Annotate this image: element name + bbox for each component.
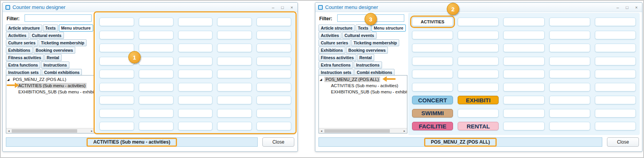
menu-grid-button[interactable]: [257, 44, 291, 52]
menu-grid-button[interactable]: [549, 44, 590, 52]
tab[interactable]: Ticketing membership: [39, 39, 87, 46]
menu-structure-tree[interactable]: ◢ POS_MENU_ZZ (POS ALL) ACTIVITIES (Sub …: [6, 75, 95, 133]
menu-grid-button[interactable]: [458, 44, 499, 52]
menu-grid-button[interactable]: [257, 122, 291, 130]
filter-input[interactable]: [337, 14, 404, 22]
menu-grid-button[interactable]: [412, 70, 453, 78]
menu-grid-button[interactable]: [458, 70, 499, 78]
tab[interactable]: Texts: [43, 25, 58, 32]
scroll-right-icon[interactable]: ▸: [89, 128, 94, 133]
menu-grid-button[interactable]: [217, 109, 252, 118]
tab[interactable]: Instructions: [41, 61, 69, 68]
menu-grid-button[interactable]: [595, 57, 636, 65]
tree-node[interactable]: ACTIVITIES (Sub menu - activities): [6, 83, 94, 89]
menu-grid-button[interactable]: [217, 44, 252, 52]
menu-grid-button[interactable]: [595, 96, 636, 104]
menu-grid-button[interactable]: [595, 70, 636, 78]
menu-grid-button[interactable]: [503, 122, 544, 130]
menu-grid-button[interactable]: [139, 96, 173, 104]
minimize-icon[interactable]: –: [615, 5, 621, 10]
close-window-icon[interactable]: ×: [289, 5, 295, 10]
menu-grid-button[interactable]: [503, 18, 544, 26]
menu-grid-button[interactable]: [139, 109, 173, 118]
menu-grid-button[interactable]: [178, 109, 213, 118]
tab[interactable]: Menu structure: [372, 25, 406, 32]
tab[interactable]: Exhibitions: [318, 47, 345, 54]
tab[interactable]: Fitness activities: [318, 54, 356, 61]
maximize-icon[interactable]: □: [624, 5, 630, 10]
menu-grid-button[interactable]: [139, 122, 173, 130]
menu-grid-button[interactable]: [178, 122, 213, 130]
tree-node[interactable]: EXHIBITIONS_SUB (Sub menu - exhibitio: [6, 89, 94, 95]
menu-grid-button[interactable]: SWIMMI: [412, 109, 453, 118]
minimize-icon[interactable]: –: [270, 5, 276, 10]
menu-grid-button[interactable]: CONCERT: [412, 96, 453, 104]
menu-grid-button[interactable]: [503, 31, 544, 39]
tab[interactable]: Cultural events: [30, 32, 64, 39]
menu-grid-button[interactable]: [549, 109, 590, 118]
menu-grid-button[interactable]: [257, 31, 291, 39]
menu-grid-button[interactable]: [503, 57, 544, 65]
tree-expand-icon[interactable]: ◢: [320, 78, 324, 81]
menu-grid-button[interactable]: [217, 96, 252, 104]
tab[interactable]: Rental: [357, 54, 374, 61]
menu-grid-button[interactable]: [257, 109, 291, 118]
scroll-left-icon[interactable]: ◂: [6, 128, 11, 133]
menu-grid-button[interactable]: [257, 83, 291, 91]
menu-grid-button[interactable]: [99, 18, 134, 26]
menu-grid-button[interactable]: [99, 122, 134, 130]
menu-grid-button[interactable]: [178, 83, 213, 91]
menu-grid-button[interactable]: [257, 96, 291, 104]
menu-grid-button[interactable]: [99, 83, 134, 91]
menu-grid-button[interactable]: [595, 44, 636, 52]
close-button[interactable]: Close: [607, 137, 639, 147]
tree-node[interactable]: EXHIBITIONS_SUB (Sub menu - exhibitio: [319, 89, 407, 95]
menu-grid-button[interactable]: [178, 44, 213, 52]
menu-grid-button[interactable]: [217, 83, 252, 91]
menu-grid-button[interactable]: [549, 122, 590, 130]
tree-horizontal-scrollbar[interactable]: ◂ ▸: [6, 128, 94, 133]
maximize-icon[interactable]: □: [280, 5, 285, 10]
scrollbar-thumb[interactable]: [324, 129, 390, 133]
menu-grid-button[interactable]: [595, 122, 636, 130]
tab[interactable]: Booking overviews: [34, 47, 76, 54]
close-window-icon[interactable]: ×: [633, 5, 639, 10]
menu-grid-button[interactable]: [595, 109, 636, 118]
titlebar[interactable]: Counter menu designer – □ ×: [315, 3, 642, 12]
scroll-right-icon[interactable]: ▸: [402, 128, 407, 133]
menu-grid-button[interactable]: [139, 18, 173, 26]
tab[interactable]: Extra functions: [6, 61, 40, 68]
menu-grid-button[interactable]: [99, 70, 134, 78]
menu-grid-button[interactable]: [178, 18, 213, 26]
menu-grid-button[interactable]: [503, 44, 544, 52]
tree-node[interactable]: ◢ POS_MENU_ZZ (POS ALL): [6, 76, 94, 83]
menu-grid-button[interactable]: [217, 122, 252, 130]
menu-grid-button[interactable]: EXHIBITI: [458, 96, 499, 104]
tab[interactable]: Fitness activities: [6, 54, 44, 61]
menu-grid-button[interactable]: [217, 70, 252, 78]
menu-grid-button[interactable]: [412, 31, 453, 39]
menu-grid-button[interactable]: [549, 31, 590, 39]
titlebar[interactable]: Counter menu designer – □ ×: [3, 3, 297, 12]
close-button[interactable]: Close: [262, 137, 294, 147]
menu-grid-button[interactable]: [458, 18, 499, 26]
menu-grid-button[interactable]: [503, 96, 544, 104]
menu-grid-button[interactable]: [99, 31, 134, 39]
tab[interactable]: Exhibitions: [6, 47, 33, 54]
menu-grid-button[interactable]: [412, 44, 453, 52]
filter-input[interactable]: [25, 14, 92, 22]
menu-grid-button[interactable]: [99, 96, 134, 104]
tab[interactable]: Activities: [6, 32, 29, 39]
menu-grid-button[interactable]: [503, 83, 544, 91]
menu-grid-button[interactable]: RENTAL: [458, 122, 499, 130]
scroll-left-icon[interactable]: ◂: [319, 128, 324, 133]
menu-grid-button[interactable]: [178, 31, 213, 39]
tab[interactable]: Culture series: [318, 39, 350, 46]
tab[interactable]: Article structure: [318, 25, 355, 32]
menu-grid-button[interactable]: [595, 31, 636, 39]
menu-grid-button[interactable]: [412, 57, 453, 65]
menu-grid-button[interactable]: [503, 109, 544, 118]
menu-grid-button[interactable]: [549, 96, 590, 104]
tree-expand-icon[interactable]: ◢: [7, 78, 12, 81]
menu-grid-button[interactable]: [178, 96, 213, 104]
